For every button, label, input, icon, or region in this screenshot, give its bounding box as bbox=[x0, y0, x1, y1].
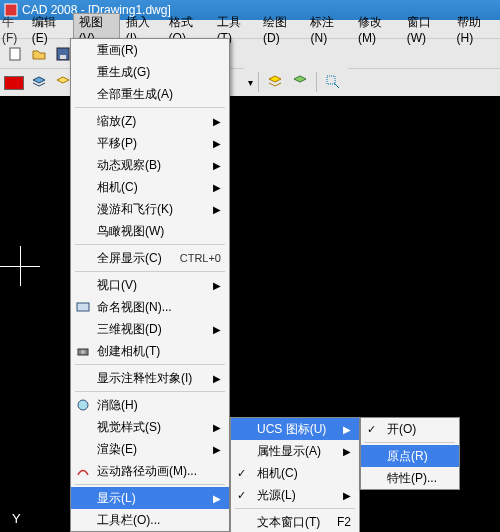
submenu-item[interactable]: ✓开(O) bbox=[361, 418, 459, 440]
menu-modify[interactable]: 修改(M) bbox=[352, 13, 401, 46]
submenu-item[interactable]: 属性显示(A)▶ bbox=[231, 440, 359, 462]
menu-item[interactable]: 工具栏(O)... bbox=[71, 509, 229, 531]
menu-item[interactable]: 全部重生成(A) bbox=[71, 83, 229, 105]
ucs-icon-submenu: ✓开(O)原点(R)特性(P)... bbox=[360, 417, 460, 490]
menu-item[interactable]: 全屏显示(C)CTRL+0 bbox=[71, 247, 229, 269]
display-submenu: UCS 图标(U)▶属性显示(A)▶✓相机(C)✓光源(L)▶文本窗口(T)F2 bbox=[230, 417, 360, 532]
submenu-item[interactable]: 文本窗口(T)F2 bbox=[231, 511, 359, 532]
svg-rect-3 bbox=[60, 55, 66, 59]
menu-item[interactable]: 显示(L)▶ bbox=[71, 487, 229, 509]
menu-item[interactable]: 三维视图(D)▶ bbox=[71, 318, 229, 340]
menu-item[interactable]: 渲染(E)▶ bbox=[71, 438, 229, 460]
layer-other-icon[interactable] bbox=[289, 71, 311, 93]
menu-draw[interactable]: 绘图(D) bbox=[257, 13, 305, 46]
menu-item[interactable]: 显示注释性对象(I)▶ bbox=[71, 367, 229, 389]
view-menu-dropdown: 重画(R)重生成(G)全部重生成(A)缩放(Z)▶平移(P)▶动态观察(B)▶相… bbox=[70, 38, 230, 532]
svg-rect-8 bbox=[77, 303, 89, 311]
submenu-item[interactable]: 原点(R) bbox=[361, 445, 459, 467]
menu-item[interactable]: 消隐(H) bbox=[71, 394, 229, 416]
menu-file[interactable]: 牛(F) bbox=[2, 14, 26, 45]
menu-item[interactable]: 视口(V)▶ bbox=[71, 274, 229, 296]
dropdown-arrow-icon[interactable]: ▾ bbox=[248, 77, 253, 88]
menu-window[interactable]: 窗口(W) bbox=[401, 13, 451, 46]
submenu-item[interactable]: 特性(P)... bbox=[361, 467, 459, 489]
qselect-icon[interactable] bbox=[322, 71, 344, 93]
layer-stack-icon[interactable] bbox=[264, 71, 286, 93]
svg-rect-7 bbox=[327, 76, 335, 84]
menu-item[interactable]: 鸟瞰视图(W) bbox=[71, 220, 229, 242]
menu-item[interactable]: 运动路径动画(M)... bbox=[71, 460, 229, 482]
submenu-item[interactable]: UCS 图标(U)▶ bbox=[231, 418, 359, 440]
layers-button[interactable] bbox=[28, 72, 50, 94]
submenu-item[interactable]: ✓光源(L)▶ bbox=[231, 484, 359, 506]
menu-dimension[interactable]: 标注(N) bbox=[304, 13, 352, 46]
menu-item[interactable]: 动态观察(B)▶ bbox=[71, 154, 229, 176]
menu-edit[interactable]: 编辑(E) bbox=[26, 13, 73, 46]
menu-help[interactable]: 帮助(H) bbox=[451, 13, 499, 46]
menu-item[interactable]: 命名视图(N)... bbox=[71, 296, 229, 318]
menu-item[interactable]: 创建相机(T) bbox=[71, 340, 229, 362]
submenu-item[interactable]: ✓相机(C) bbox=[231, 462, 359, 484]
svg-point-10 bbox=[81, 350, 85, 354]
svg-point-11 bbox=[78, 400, 88, 410]
menu-item[interactable]: 重画(R) bbox=[71, 39, 229, 61]
new-button[interactable] bbox=[4, 43, 26, 65]
menu-item[interactable]: 重生成(G) bbox=[71, 61, 229, 83]
svg-rect-1 bbox=[10, 48, 20, 60]
menu-item[interactable]: 平移(P)▶ bbox=[71, 132, 229, 154]
open-button[interactable] bbox=[28, 43, 50, 65]
menu-item[interactable]: 漫游和飞行(K)▶ bbox=[71, 198, 229, 220]
color-red[interactable] bbox=[4, 72, 26, 94]
menu-item[interactable]: 缩放(Z)▶ bbox=[71, 110, 229, 132]
toolbar-extra: ▾ bbox=[244, 68, 348, 96]
ucs-axis-label: Y bbox=[12, 511, 21, 526]
menu-item[interactable]: 视觉样式(S)▶ bbox=[71, 416, 229, 438]
menu-bar: 牛(F) 编辑(E) 视图(V) 插入(I) 格式(O) 工具(T) 绘图(D)… bbox=[0, 20, 500, 38]
menu-item[interactable]: 相机(C)▶ bbox=[71, 176, 229, 198]
